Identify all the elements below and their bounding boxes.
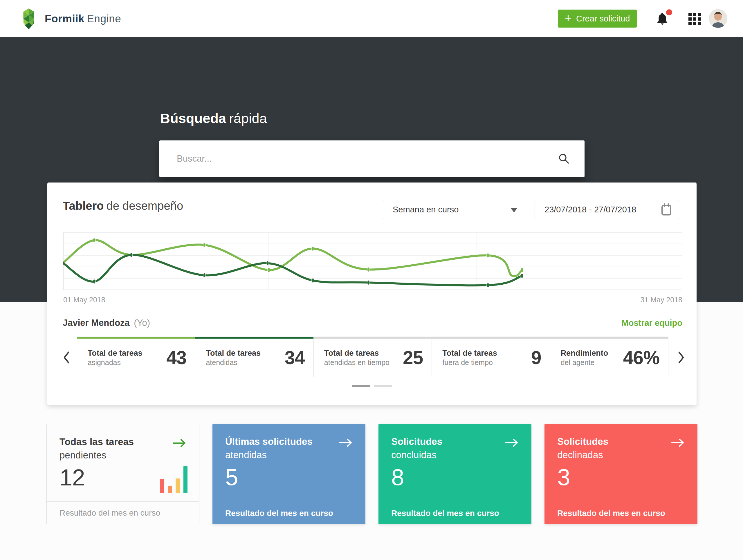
card-title: Últimas solicitudes — [225, 435, 313, 448]
stat-label: Total de tareas — [442, 348, 531, 358]
stat-card-atendidas-en-tiempo: Total de tareas atendidas en tiempo 25 — [313, 337, 432, 377]
person-row: Javier Mendoza (Yo) Mostrar equipo — [63, 318, 682, 330]
stat-sublabel: atendidas — [206, 358, 285, 367]
card-tareas-pendientes[interactable]: Todas las tareas pendientes 12 Resultado… — [46, 424, 200, 524]
stat-label: Total de tareas — [324, 348, 403, 358]
arrow-right-icon[interactable] — [671, 438, 685, 448]
mini-bar — [168, 486, 172, 493]
stat-value: 25 — [403, 347, 423, 369]
card-subtitle: atendidas — [225, 448, 313, 462]
search-icon[interactable] — [558, 153, 569, 164]
arrow-right-icon[interactable] — [339, 438, 353, 448]
card-subtitle: pendientes — [59, 449, 134, 462]
search-input[interactable] — [177, 140, 548, 177]
mini-bar — [176, 478, 180, 493]
card-title: Todas las tareas — [59, 435, 134, 449]
create-request-button[interactable]: + Crear solicitud — [558, 10, 637, 28]
stats-carousel: Total de tareas asignadas 43 Total de ta… — [77, 337, 668, 377]
brand-name: Formiik — [45, 13, 84, 25]
brand-product: Engine — [87, 13, 121, 25]
brand-text: FormiikEngine — [45, 13, 121, 25]
card-solicitudes-atendidas[interactable]: Últimas solicitudes atendidas 5 Resultad… — [212, 424, 365, 524]
card-value: 5 — [225, 464, 238, 491]
formiik-leaf-logo-icon — [19, 8, 38, 30]
top-navbar: FormiikEngine + Crear solicitud — [0, 0, 743, 37]
date-range-value: 23/07/2018 - 27/07/2018 — [544, 205, 636, 215]
person-name: Javier Mendoza — [63, 318, 130, 328]
card-subtitle: declinadas — [557, 448, 608, 462]
card-title: Solicitudes — [391, 435, 442, 448]
stat-value: 9 — [531, 347, 541, 369]
quick-search-title-bold: Búsqueda — [160, 110, 226, 126]
notification-badge-dot — [666, 9, 672, 15]
stat-sublabel: asignadas — [88, 358, 166, 367]
arrow-right-icon[interactable] — [172, 438, 186, 448]
stat-label: Total de tareas — [88, 348, 166, 358]
apps-grid-button[interactable] — [689, 13, 702, 26]
card-footer: Resultado del mes en curso — [379, 502, 531, 524]
summary-cards-row: Todas las tareas pendientes 12 Resultado… — [46, 424, 697, 524]
pagination-bar-2[interactable] — [374, 385, 392, 387]
carousel-pagination — [47, 385, 697, 387]
card-footer: Resultado del mes en curso — [47, 501, 199, 524]
card-value: 8 — [391, 464, 404, 491]
quick-search-title: Búsquedarápida — [160, 110, 267, 126]
card-value: 12 — [59, 464, 85, 491]
card-title: Solicitudes — [557, 435, 608, 448]
chevron-right-icon — [678, 351, 685, 364]
chart-start-date: 01 May 2018 — [63, 296, 105, 304]
stat-sublabel: del agente — [561, 358, 623, 367]
card-footer: Resultado del mes en curso — [544, 502, 697, 524]
carousel-prev-button[interactable] — [60, 349, 73, 366]
card-subtitle: concluidas — [391, 448, 442, 462]
person-suffix: (Yo) — [134, 318, 150, 328]
stat-label: Rendimiento — [561, 348, 623, 358]
chart-end-date: 31 May 2018 — [640, 296, 682, 304]
performance-board-card: Tablerode desempeño Semana en curso 23/0… — [47, 183, 697, 405]
stat-value: 46% — [623, 347, 659, 369]
avatar-photo — [709, 9, 727, 28]
notifications-button[interactable] — [655, 11, 671, 27]
stat-card-fuera-de-tiempo: Total de tareas fuera de tiempo 9 — [432, 337, 550, 377]
carousel-next-button[interactable] — [675, 349, 688, 366]
search-box — [159, 140, 584, 177]
stat-card-atendidas: Total de tareas atendidas 34 — [195, 337, 313, 377]
board-title: Tablerode desempeño — [63, 199, 183, 213]
stat-sublabel: atendidas en tiempo — [324, 358, 403, 367]
stat-value: 34 — [285, 347, 305, 369]
brand[interactable]: FormiikEngine — [19, 8, 121, 30]
date-range-picker[interactable]: 23/07/2018 - 27/07/2018 — [535, 200, 679, 219]
card-solicitudes-concluidas[interactable]: Solicitudes concluidas 8 Resultado del m… — [379, 424, 531, 524]
board-title-light: de desempeño — [106, 199, 183, 212]
card-footer: Resultado del mes en curso — [212, 502, 365, 524]
user-avatar[interactable] — [709, 9, 727, 28]
show-team-link[interactable]: Mostrar equipo — [622, 318, 682, 328]
mini-bar-chart — [160, 466, 187, 493]
quick-search-title-light: rápida — [229, 110, 267, 126]
stat-card-asignadas: Total de tareas asignadas 43 — [77, 337, 195, 377]
create-request-label: Crear solicitud — [576, 14, 630, 24]
stat-sublabel: fuera de tiempo — [442, 358, 531, 367]
mini-bar — [183, 466, 187, 493]
board-title-bold: Tablero — [63, 199, 104, 212]
period-select-value: Semana en curso — [393, 205, 458, 215]
card-value: 3 — [557, 464, 570, 491]
mini-bar — [160, 479, 164, 493]
chevron-down-icon — [511, 208, 517, 213]
stat-card-rendimiento: Rendimiento del agente 46% — [550, 337, 668, 377]
stat-value: 43 — [166, 347, 186, 369]
calendar-icon — [661, 203, 671, 216]
arrow-right-icon[interactable] — [505, 438, 519, 448]
chevron-left-icon — [63, 351, 70, 364]
performance-line-chart — [63, 232, 682, 290]
pagination-bar-1[interactable] — [352, 385, 370, 387]
period-select[interactable]: Semana en curso — [383, 200, 527, 219]
stat-label: Total de tareas — [206, 348, 285, 358]
card-solicitudes-declinadas[interactable]: Solicitudes declinadas 3 Resultado del m… — [544, 424, 697, 524]
